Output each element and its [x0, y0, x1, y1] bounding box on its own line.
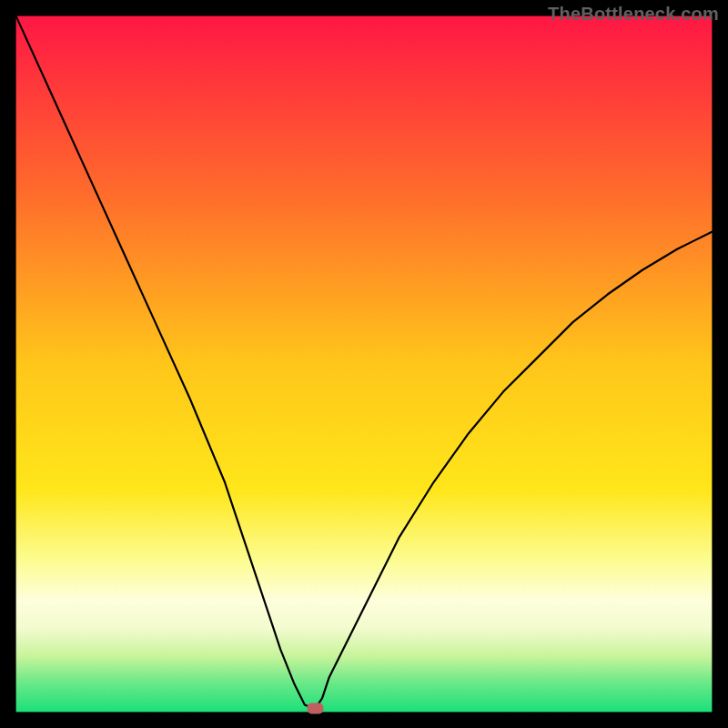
plot-area [16, 16, 713, 714]
chart-container: TheBottleneck.com [0, 0, 728, 728]
min-marker [307, 703, 323, 714]
bottleneck-chart [0, 0, 728, 728]
watermark-label: TheBottleneck.com [548, 4, 719, 25]
